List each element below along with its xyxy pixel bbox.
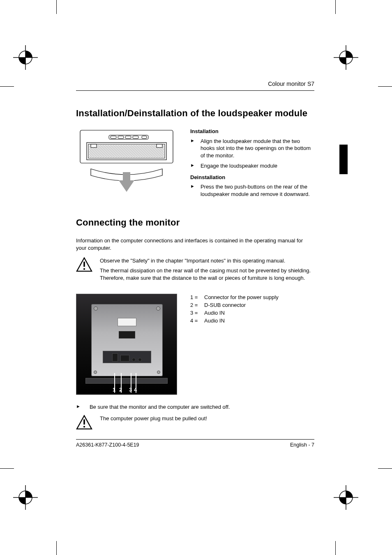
svg-rect-18: [142, 136, 147, 138]
legend-4: Audio IN: [204, 317, 314, 325]
svg-rect-23: [157, 144, 162, 147]
svg-rect-29: [83, 419, 85, 425]
svg-point-27: [83, 268, 85, 270]
section-title-connect: Connecting the monitor: [76, 217, 314, 228]
svg-point-30: [83, 426, 85, 428]
svg-rect-17: [133, 136, 138, 138]
caution-text-line1: Observe the "Safety" in the chapter "Imp…: [100, 257, 314, 265]
registration-mark-icon: [13, 45, 38, 70]
footer-rule: [76, 439, 314, 440]
deinstall-step-1: Press the two push-buttons on the rear o…: [201, 183, 314, 198]
loudspeaker-install-diagram: [76, 128, 177, 195]
caution-icon: [76, 415, 92, 431]
svg-rect-15: [118, 136, 124, 138]
svg-rect-26: [83, 262, 85, 267]
step-switch-off: Be sure that the monitor and the compute…: [90, 404, 314, 410]
svg-rect-22: [91, 144, 97, 147]
legend-1: Connector for the power supply: [204, 294, 314, 302]
crop-mark: [378, 468, 392, 469]
caution-text-line2: The thermal dissipation on the rear wall…: [100, 267, 314, 282]
legend-3: Audio IN: [204, 309, 314, 317]
page-header-model: Colour monitor S7: [76, 81, 314, 87]
caution-text-plug: The computer power plug must be pulled o…: [100, 415, 314, 422]
crop-mark: [56, 0, 57, 14]
install-step-1: Align the loudspeaker module that the tw…: [201, 138, 314, 159]
svg-rect-14: [111, 136, 116, 138]
registration-mark-icon: [334, 45, 358, 70]
step-marker-icon: ►: [76, 404, 81, 409]
callout-3: 3: [129, 387, 132, 393]
callout-4: 4: [134, 387, 137, 393]
connector-legend: 1 =Connector for the power supply 2 =D-S…: [190, 294, 314, 325]
registration-mark-icon: [334, 485, 358, 510]
monitor-rear-photo: 1 2 3 4: [76, 294, 177, 395]
crop-mark: [335, 541, 336, 555]
connect-intro: Information on the computer connections …: [76, 237, 314, 251]
footer-page-number: English - 7: [290, 442, 314, 448]
registration-mark-icon: [13, 485, 38, 510]
crop-mark: [56, 541, 57, 555]
crop-mark: [0, 468, 14, 469]
header-rule: [76, 90, 314, 91]
page-edge-tab: [339, 145, 348, 174]
step-marker-icon: ►: [190, 138, 195, 159]
installation-heading: Installation: [190, 128, 314, 135]
section-title-install: Installation/Deinstallation of the louds…: [76, 108, 314, 119]
legend-2: D-SUB connector: [204, 302, 314, 309]
footer-doc-number: A26361-K877-Z100-4-5E19: [76, 442, 139, 448]
callout-1: 1: [113, 387, 115, 393]
step-marker-icon: ►: [190, 162, 195, 170]
crop-mark: [0, 86, 14, 87]
svg-rect-21: [89, 145, 164, 157]
step-marker-icon: ►: [190, 183, 195, 198]
deinstallation-heading: Deinstallation: [190, 174, 314, 181]
svg-rect-16: [125, 136, 131, 138]
install-step-2: Engage the loudspeaker module: [201, 162, 314, 170]
caution-icon: [76, 257, 92, 274]
callout-2: 2: [119, 387, 122, 393]
crop-mark: [378, 86, 392, 87]
crop-mark: [335, 0, 336, 14]
